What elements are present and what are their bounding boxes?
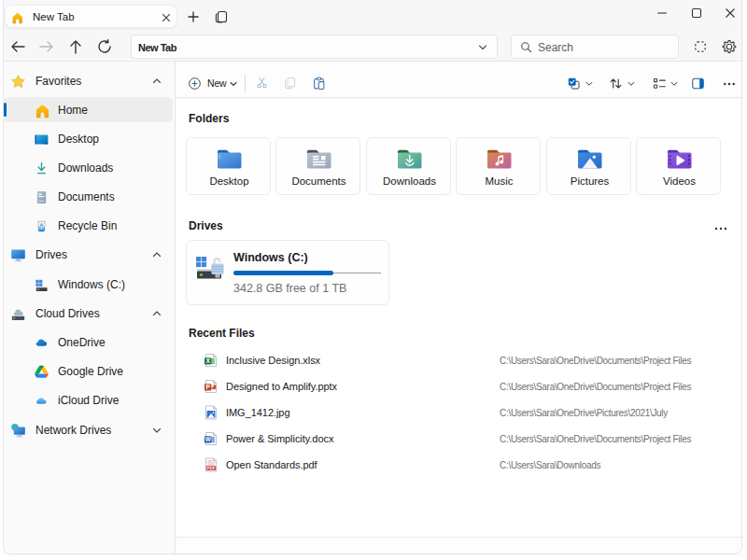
svg-text:X: X: [205, 357, 210, 364]
svg-text:W: W: [205, 436, 212, 442]
svg-text:P: P: [205, 384, 210, 390]
svg-text:PDF: PDF: [207, 466, 216, 470]
